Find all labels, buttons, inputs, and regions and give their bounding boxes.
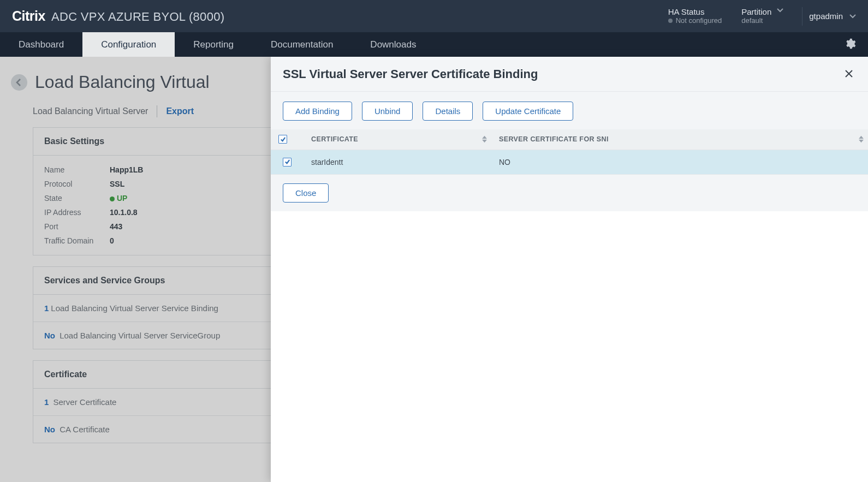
text: Server Certificate	[53, 397, 117, 407]
value-state: UP	[117, 194, 127, 203]
check-icon	[280, 136, 286, 142]
cell-sni: NO	[491, 150, 868, 174]
details-button[interactable]: Details	[423, 102, 473, 121]
label-protocol: Protocol	[44, 180, 110, 188]
check-icon	[284, 159, 290, 165]
column-label: SERVER CERTIFICATE FOR SNI	[499, 135, 609, 143]
count: 1	[44, 397, 49, 407]
partition-value: default	[741, 17, 771, 25]
ha-status-label: HA Status	[668, 7, 722, 16]
table-row[interactable]: starIdentt NO	[271, 150, 868, 174]
chevron-down-icon	[777, 7, 783, 14]
text: Load Balancing Virtual Server ServiceGro…	[60, 331, 220, 340]
slideover-title: SSL Virtual Server Server Certificate Bi…	[283, 67, 538, 81]
select-all-checkbox[interactable]	[278, 135, 287, 144]
divider	[802, 7, 802, 26]
user-menu[interactable]: gtpadmin	[809, 11, 856, 21]
arrow-left-icon	[15, 78, 23, 87]
count: 1	[44, 304, 49, 313]
sort-icon	[859, 136, 864, 143]
row-checkbox[interactable]	[283, 158, 292, 166]
close-icon	[845, 70, 853, 78]
label-name: Name	[44, 165, 110, 174]
count: No	[44, 425, 55, 434]
label-traffic-domain: Traffic Domain	[44, 236, 110, 245]
tab-reporting[interactable]: Reporting	[175, 32, 252, 57]
tab-configuration[interactable]: Configuration	[82, 32, 175, 57]
close-button[interactable]: Close	[283, 183, 329, 203]
back-button[interactable]	[11, 74, 27, 91]
divider	[157, 105, 157, 117]
breadcrumb-item: Load Balancing Virtual Server	[33, 106, 148, 116]
brand-strong: Citrix	[12, 8, 45, 23]
column-select-all[interactable]	[271, 129, 304, 150]
user-name: gtpadmin	[809, 11, 843, 21]
tab-downloads[interactable]: Downloads	[352, 32, 435, 57]
main-nav: Dashboard Configuration Reporting Docume…	[0, 32, 868, 57]
export-link[interactable]: Export	[166, 106, 194, 116]
sort-icon	[482, 136, 487, 143]
label-ip: IP Address	[44, 208, 110, 217]
status-dot-icon	[110, 197, 115, 201]
slideover-header: SSL Virtual Server Server Certificate Bi…	[271, 57, 868, 92]
unbind-button[interactable]: Unbind	[362, 102, 413, 121]
partition-dropdown[interactable]: Partition default	[741, 7, 783, 25]
chevron-down-icon	[849, 13, 856, 20]
label-state: State	[44, 194, 110, 203]
text: Load Balancing Virtual Server Service Bi…	[51, 304, 218, 313]
cell-certificate: starIdentt	[304, 150, 491, 174]
slideover-toolbar: Add Binding Unbind Details Update Certif…	[271, 92, 868, 129]
text: CA Certificate	[60, 425, 110, 434]
column-certificate[interactable]: CERTIFICATE	[304, 129, 491, 150]
topbar: Citrix ADC VPX AZURE BYOL (8000) HA Stat…	[0, 0, 868, 32]
column-sni[interactable]: SERVER CERTIFICATE FOR SNI	[491, 129, 868, 150]
page-title-text: Load Balancing Virtual	[35, 72, 210, 92]
column-label: CERTIFICATE	[311, 135, 358, 143]
ha-status: HA Status Not configured	[668, 7, 722, 25]
settings-button[interactable]	[844, 38, 856, 52]
label-port: Port	[44, 222, 110, 231]
tab-dashboard[interactable]: Dashboard	[0, 32, 82, 57]
product-title: Citrix ADC VPX AZURE BYOL (8000)	[12, 8, 224, 24]
slideover-cert-binding: SSL Virtual Server Server Certificate Bi…	[271, 57, 868, 482]
ha-status-dot-icon	[668, 19, 673, 23]
add-binding-button[interactable]: Add Binding	[283, 102, 352, 121]
tab-documentation[interactable]: Documentation	[252, 32, 352, 57]
count: No	[44, 331, 55, 340]
gear-icon	[844, 38, 856, 50]
partition-label: Partition	[741, 7, 771, 16]
brand-rest: ADC VPX AZURE BYOL (8000)	[51, 10, 224, 23]
update-certificate-button[interactable]: Update Certificate	[483, 102, 573, 121]
ha-status-value: Not configured	[676, 17, 722, 25]
close-button[interactable]	[842, 66, 856, 82]
cert-binding-table: CERTIFICATE SERVER CERTIFICATE FOR SNI s…	[271, 129, 868, 174]
